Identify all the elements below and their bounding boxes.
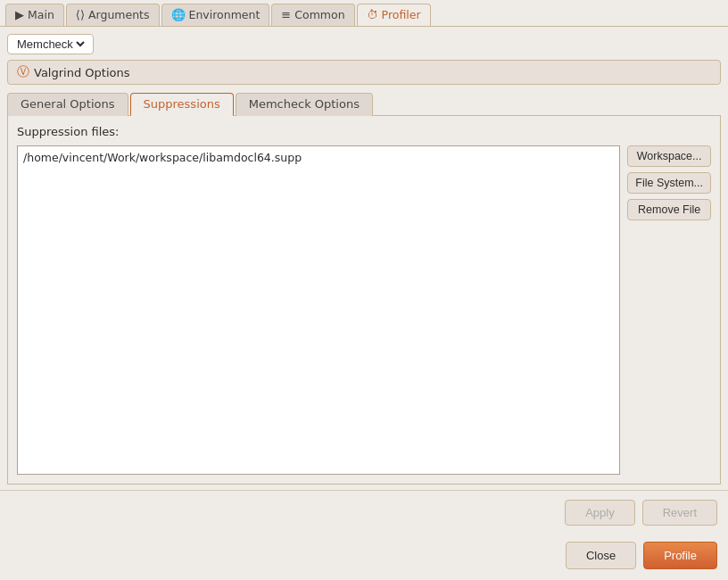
tab-common-label: Common <box>294 8 344 21</box>
apply-revert-bar: Apply Revert <box>0 490 728 534</box>
memcheck-row: Memcheck <box>7 34 721 54</box>
valgrind-icon: Ⓥ <box>17 64 29 80</box>
tab-suppressions[interactable]: Suppressions <box>130 93 234 116</box>
top-tab-bar: ▶ Main ⟨⟩ Arguments 🌐 Environment ≡ Comm… <box>0 0 728 26</box>
tab-profiler[interactable]: ⏱ Profiler <box>357 4 431 26</box>
revert-button[interactable]: Revert <box>642 500 717 526</box>
main-tab-icon: ▶ <box>15 8 24 21</box>
main-content-area: Memcheck Ⓥ Valgrind Options General Opti… <box>0 26 728 485</box>
apply-button[interactable]: Apply <box>565 500 635 526</box>
tab-suppressions-label: Suppressions <box>144 97 220 111</box>
profile-button[interactable]: Profile <box>643 542 717 569</box>
inner-tab-bar: General Options Suppressions Memcheck Op… <box>7 92 721 116</box>
suppression-files-label: Suppression files: <box>17 125 711 138</box>
memcheck-dropdown[interactable]: Memcheck <box>7 34 94 54</box>
tab-profiler-label: Profiler <box>382 8 421 21</box>
tab-environment-label: Environment <box>189 8 261 21</box>
tab-environment[interactable]: 🌐 Environment <box>161 4 270 26</box>
tab-memcheck-options-label: Memcheck Options <box>249 97 360 111</box>
list-item[interactable]: /home/vincent/Work/workspace/libamdocl64… <box>23 150 614 165</box>
close-profile-bar: Close Profile <box>0 534 728 580</box>
suppressions-panel: Suppression files: /home/vincent/Work/wo… <box>7 116 721 485</box>
tab-arguments[interactable]: ⟨⟩ Arguments <box>66 4 160 26</box>
tab-memcheck-options[interactable]: Memcheck Options <box>236 93 373 116</box>
close-button[interactable]: Close <box>566 542 636 569</box>
arguments-tab-icon: ⟨⟩ <box>76 8 85 21</box>
suppression-list[interactable]: /home/vincent/Work/workspace/libamdocl64… <box>17 145 620 475</box>
profiler-tab-icon: ⏱ <box>367 8 378 21</box>
tab-common[interactable]: ≡ Common <box>271 4 354 26</box>
tab-arguments-label: Arguments <box>88 8 150 21</box>
remove-file-button[interactable]: Remove File <box>627 199 711 220</box>
suppression-area: /home/vincent/Work/workspace/libamdocl64… <box>17 145 711 475</box>
common-tab-icon: ≡ <box>281 8 291 21</box>
suppression-buttons-panel: Workspace... File System... Remove File <box>627 145 711 475</box>
valgrind-options-button[interactable]: Ⓥ Valgrind Options <box>7 60 721 85</box>
main-window: ▶ Main ⟨⟩ Arguments 🌐 Environment ≡ Comm… <box>0 0 728 580</box>
tab-main-label: Main <box>28 8 54 21</box>
workspace-button[interactable]: Workspace... <box>627 145 711 167</box>
memcheck-select-input[interactable]: Memcheck <box>13 37 87 52</box>
tab-main[interactable]: ▶ Main <box>5 4 64 26</box>
environment-tab-icon: 🌐 <box>171 8 186 21</box>
tab-general-options-label: General Options <box>21 97 115 111</box>
file-system-button[interactable]: File System... <box>627 172 711 194</box>
tab-general-options[interactable]: General Options <box>7 93 128 116</box>
valgrind-options-label: Valgrind Options <box>34 66 129 79</box>
